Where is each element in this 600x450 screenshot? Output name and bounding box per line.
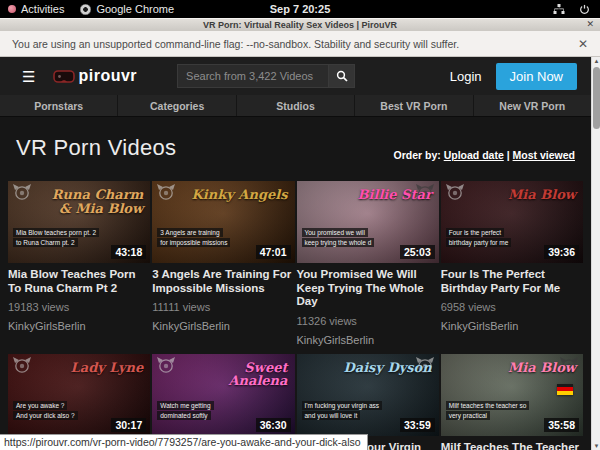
thumbnail-overlay-title: Runa Charm & Mia Blow xyxy=(47,188,144,215)
duration-badge: 47:01 xyxy=(256,245,291,259)
app-menu-label: Google Chrome xyxy=(96,3,174,15)
thumbnail-overlay-title: Kinky Angels xyxy=(192,188,288,202)
activities-label: Activities xyxy=(21,3,64,15)
order-separator: | xyxy=(507,149,510,161)
thumbnail-caption: Mia Blow teaches porn pt. 2to Runa Charm… xyxy=(13,228,99,247)
window-close-icon[interactable]: ✕ xyxy=(586,19,594,29)
video-card[interactable]: Runa Charm & Mia Blow Mia Blow teaches p… xyxy=(8,181,150,346)
studio-cat-logo-icon xyxy=(12,184,32,204)
video-grid: Runa Charm & Mia Blow Mia Blow teaches p… xyxy=(8,181,583,450)
order-upload-date-link[interactable]: Upload date xyxy=(444,149,504,161)
studio-cat-logo-icon xyxy=(445,184,465,204)
duration-badge: 25:03 xyxy=(400,245,435,259)
video-card[interactable]: Billie Star You promised we willkeep try… xyxy=(297,181,439,346)
login-link[interactable]: Login xyxy=(450,69,482,84)
search-button[interactable] xyxy=(329,64,355,88)
thumbnail-caption: You promised we willkeep trying the whol… xyxy=(302,228,375,247)
studio-cat-logo-icon xyxy=(156,357,176,377)
vr-goggles-icon xyxy=(53,70,75,83)
network-icon[interactable] xyxy=(553,4,565,15)
duration-badge: 43:18 xyxy=(111,245,146,259)
view-count: 19183 views xyxy=(8,301,150,313)
duration-badge: 39:36 xyxy=(544,245,579,259)
site-logo[interactable]: pirouvr xyxy=(53,67,137,85)
warning-close-icon[interactable]: ✕ xyxy=(578,37,588,51)
power-icon[interactable] xyxy=(579,4,590,15)
unsupported-flag-warning-bar: You are using an unsupported command-lin… xyxy=(0,31,600,57)
thumbnail-overlay-title: Daisy Dyson xyxy=(343,361,431,375)
browser-viewport: ☰ pirouvr Login xyxy=(0,57,600,450)
video-title[interactable]: 3 Angels Are Training For Impossible Mis… xyxy=(152,268,294,295)
video-thumbnail[interactable]: Mia Blow Milf teaches the teacher sovery… xyxy=(441,354,583,436)
thumbnail-caption: Are you awake ?And your dick also ? xyxy=(13,401,78,420)
video-card[interactable]: Mia Blow Four is the perfectbirthday par… xyxy=(441,181,583,346)
nav-item-studios[interactable]: Studios xyxy=(237,95,354,116)
thumbnail-overlay-title: Lady Lyne xyxy=(71,361,144,375)
view-count: 11326 views xyxy=(297,315,439,327)
thumbnail-overlay-title: Mia Blow xyxy=(508,188,576,202)
video-title[interactable]: Mia Blow Teaches Porn To Runa Charm Pt 2 xyxy=(8,268,150,295)
site-logo-text: pirouvr xyxy=(78,67,137,85)
search-input[interactable] xyxy=(177,64,329,88)
browser-scrollbar[interactable]: ▲ ▼ xyxy=(591,57,600,450)
site-header: ☰ pirouvr Login xyxy=(0,57,591,95)
video-thumbnail[interactable]: Kinky Angels 3 Angels are trainingfor im… xyxy=(152,181,294,263)
scroll-up-arrow-icon[interactable]: ▲ xyxy=(592,57,600,65)
page-title: VR Porn Videos xyxy=(16,135,176,161)
studio-cat-logo-icon xyxy=(156,184,176,204)
video-thumbnail[interactable]: Billie Star You promised we willkeep try… xyxy=(297,181,439,263)
duration-badge: 36:30 xyxy=(256,418,291,432)
thumbnail-caption: 3 Angels are trainingfor impossible miss… xyxy=(157,228,230,247)
join-now-button[interactable]: Join Now xyxy=(496,63,577,90)
video-thumbnail[interactable]: Runa Charm & Mia Blow Mia Blow teaches p… xyxy=(8,181,150,263)
german-flag-icon xyxy=(557,384,573,395)
thumbnail-caption: Milf teaches the teacher sovery practica… xyxy=(446,401,530,420)
thumbnail-caption: I'm fucking your virgin assand you will … xyxy=(302,401,383,420)
thumbnail-caption: Four is the perfectbirthday party for me xyxy=(446,228,512,247)
view-count: 11111 views xyxy=(152,301,294,313)
app-menu-google-chrome[interactable]: Google Chrome xyxy=(80,3,174,15)
studio-link[interactable]: KinkyGirlsBerlin xyxy=(441,320,583,332)
thumbnail-overlay-title: Sweet Analena xyxy=(191,361,288,388)
studio-link[interactable]: KinkyGirlsBerlin xyxy=(152,320,294,332)
window-titlebar[interactable]: VR Porn: Virtual Reality Sex Videos | Pi… xyxy=(0,18,600,31)
duration-badge: 33:59 xyxy=(400,418,435,432)
video-title[interactable]: Milf Teaches The Teacher Some Practical … xyxy=(441,441,583,450)
video-thumbnail[interactable]: Daisy Dyson I'm fucking your virgin assa… xyxy=(297,354,439,436)
video-title[interactable]: Four Is The Perfect Birthday Party For M… xyxy=(441,268,583,295)
video-title[interactable]: You Promised We Will Keep Trying The Who… xyxy=(297,268,439,309)
studio-link[interactable]: KinkyGirlsBerlin xyxy=(297,334,439,346)
thumbnail-overlay-title: Mia Blow xyxy=(508,361,576,375)
video-card[interactable]: Mia Blow Milf teaches the teacher sovery… xyxy=(441,354,583,450)
video-thumbnail[interactable]: Mia Blow Four is the perfectbirthday par… xyxy=(441,181,583,263)
scrollbar-thumb[interactable] xyxy=(593,67,600,129)
video-thumbnail[interactable]: Lady Lyne Are you awake ?And your dick a… xyxy=(8,354,150,436)
window-title: VR Porn: Virtual Reality Sex Videos | Pi… xyxy=(0,20,600,30)
search-icon xyxy=(336,70,348,82)
nav-item-categories[interactable]: Categories xyxy=(118,95,235,116)
activities-button[interactable]: Activities xyxy=(8,3,64,15)
thumbnail-caption: Watch me gettingdominated softly xyxy=(157,401,213,420)
warning-text: You are using an unsupported command-lin… xyxy=(12,38,459,50)
hamburger-menu-icon[interactable]: ☰ xyxy=(22,69,35,84)
search-bar xyxy=(177,64,355,88)
view-count: 6958 views xyxy=(441,301,583,313)
nav-item-best-vr-porn[interactable]: Best VR Porn xyxy=(355,95,472,116)
clock[interactable]: Sep 7 20:25 xyxy=(270,3,331,15)
scroll-down-arrow-icon[interactable]: ▼ xyxy=(592,442,600,450)
studio-link[interactable]: KinkyGirlsBerlin xyxy=(8,320,150,332)
desktop-top-bar: Activities Google Chrome Sep 7 20:25 xyxy=(0,0,600,18)
order-most-viewed-link[interactable]: Most viewed xyxy=(513,149,575,161)
duration-badge: 35:58 xyxy=(544,418,579,432)
nav-item-pornstars[interactable]: Pornstars xyxy=(0,95,117,116)
thumbnail-overlay-title: Billie Star xyxy=(358,188,432,202)
order-by-controls: Order by: Upload date | Most viewed xyxy=(393,149,575,161)
chrome-icon xyxy=(80,4,91,15)
main-nav: Pornstars Categories Studios Best VR Por… xyxy=(0,95,591,117)
nav-item-new-vr-porn[interactable]: New VR Porn xyxy=(474,95,591,116)
activities-indicator-icon xyxy=(8,5,16,13)
duration-badge: 30:17 xyxy=(111,418,146,432)
studio-cat-logo-icon xyxy=(12,357,32,377)
video-card[interactable]: Kinky Angels 3 Angels are trainingfor im… xyxy=(152,181,294,346)
video-thumbnail[interactable]: Sweet Analena Watch me gettingdominated … xyxy=(152,354,294,436)
